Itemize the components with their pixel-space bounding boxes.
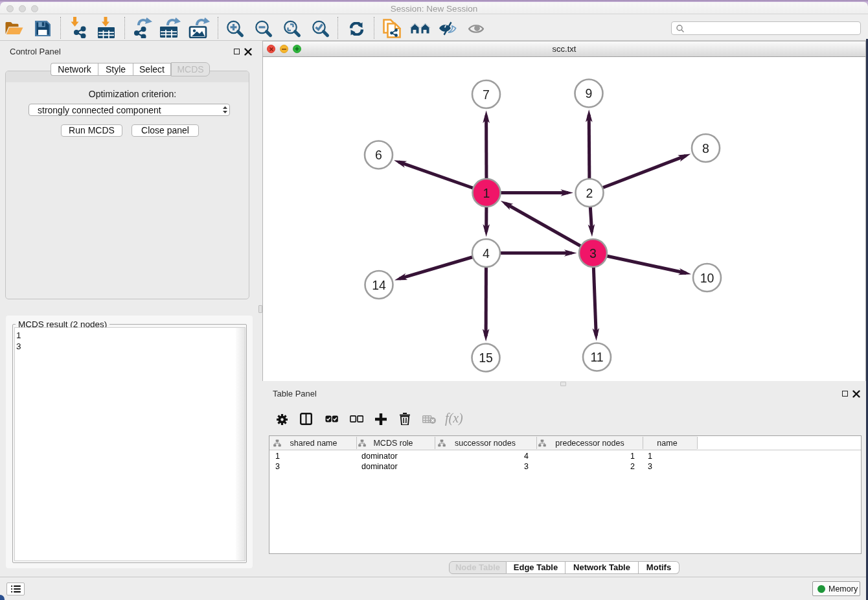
svg-text:8: 8 xyxy=(702,141,709,156)
svg-text:6: 6 xyxy=(375,148,382,162)
svg-text:7: 7 xyxy=(483,87,490,102)
svg-text:14: 14 xyxy=(372,278,386,292)
svg-text:10: 10 xyxy=(700,271,714,285)
svg-text:4: 4 xyxy=(483,246,490,260)
svg-text:15: 15 xyxy=(479,351,493,365)
svg-text:11: 11 xyxy=(590,350,603,364)
svg-text:2: 2 xyxy=(586,186,593,200)
svg-text:9: 9 xyxy=(586,86,593,100)
svg-text:3: 3 xyxy=(589,246,597,260)
svg-text:1: 1 xyxy=(483,186,490,200)
